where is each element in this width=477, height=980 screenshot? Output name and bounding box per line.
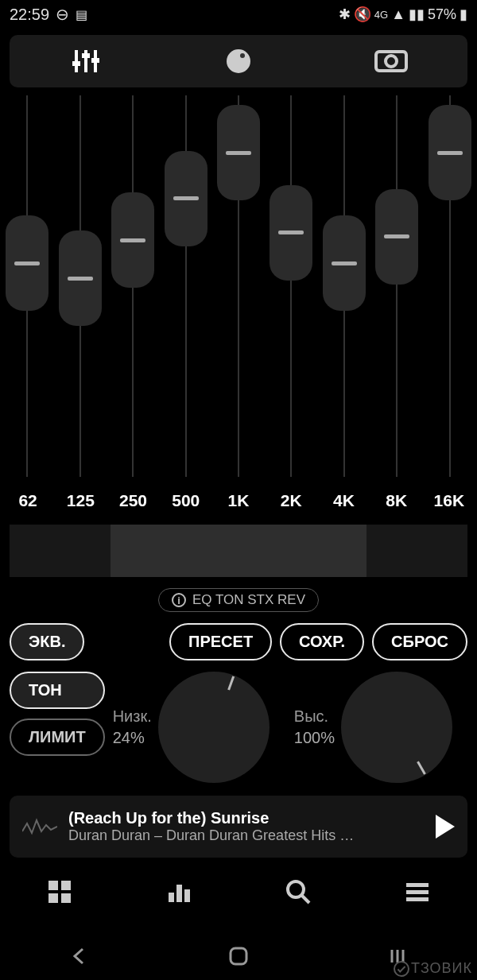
svg-rect-22 — [231, 948, 246, 964]
freq-label-500: 500 — [160, 491, 212, 510]
svg-rect-12 — [48, 893, 58, 903]
app-bottom-nav — [0, 864, 477, 920]
menu-nav[interactable] — [358, 864, 477, 920]
high-knob-value: 100% — [294, 729, 335, 747]
preamp-slider[interactable] — [10, 525, 467, 577]
grid-icon — [46, 878, 73, 905]
button-row-1: ЭКВ. ПРЕСЕТ СОХР. СБРОС — [0, 623, 477, 660]
signal-icon: ▮▮ — [409, 6, 425, 23]
speaker-icon — [373, 47, 409, 76]
bars-icon — [165, 878, 192, 905]
hamburger-icon — [404, 878, 431, 905]
eq-thumb-8K[interactable] — [375, 189, 418, 285]
freq-label-4K: 4K — [317, 491, 370, 510]
wifi-icon: ▲ — [391, 6, 405, 23]
low-knob-indicator — [227, 676, 235, 691]
now-playing-bar[interactable]: (Reach Up for the) Sunrise Duran Duran –… — [10, 796, 467, 858]
eq-sliders-area — [0, 95, 477, 477]
high-knob[interactable] — [341, 672, 452, 783]
home-icon — [228, 946, 249, 966]
tone-button[interactable]: ТОН — [10, 672, 105, 709]
reset-button[interactable]: СБРОС — [372, 623, 467, 660]
preamp-fill — [111, 525, 367, 577]
preset-button[interactable]: ПРЕСЕТ — [169, 623, 272, 660]
eq-track-line — [396, 95, 398, 477]
high-knob-group: Выс. 100% — [294, 672, 467, 783]
svg-rect-10 — [48, 881, 58, 890]
eq-band-1K[interactable] — [213, 95, 264, 477]
watermark: ТЗОВИК — [394, 960, 472, 977]
bluetooth-icon: ✱ — [339, 6, 351, 23]
tone-section: ТОН ЛИМИТ Низк. 24% Выс. 100% — [0, 672, 477, 783]
eq-band-125[interactable] — [54, 95, 105, 477]
library-nav[interactable] — [0, 864, 119, 920]
freq-label-1K: 1K — [212, 491, 265, 510]
home-button[interactable] — [227, 944, 250, 968]
svg-rect-19 — [406, 883, 429, 887]
back-button[interactable] — [68, 944, 91, 968]
eq-nav[interactable] — [119, 864, 238, 920]
tab-bar — [10, 35, 467, 87]
eq-thumb-250[interactable] — [111, 192, 154, 288]
freq-label-16K: 16K — [423, 491, 475, 510]
eq-thumb-1K[interactable] — [217, 105, 260, 200]
svg-rect-15 — [176, 885, 182, 902]
svg-rect-21 — [406, 897, 429, 901]
search-icon — [284, 877, 312, 906]
svg-point-6 — [227, 49, 250, 73]
info-chip-label: EQ TON STX REV — [192, 592, 305, 608]
tab-knob[interactable] — [162, 35, 315, 87]
low-knob-group: Низк. 24% — [113, 672, 286, 783]
tab-output[interactable] — [315, 35, 467, 87]
now-playing-text: (Reach Up for the) Sunrise Duran Duran –… — [68, 809, 425, 844]
eq-thumb-16K[interactable] — [429, 105, 471, 200]
eq-band-2K[interactable] — [266, 95, 316, 477]
low-knob[interactable] — [158, 672, 270, 783]
eq-band-8K[interactable] — [371, 95, 422, 477]
svg-rect-16 — [184, 889, 190, 902]
freq-label-62: 62 — [2, 491, 54, 510]
battery-icon: ▮ — [460, 6, 467, 23]
eq-band-16K[interactable] — [425, 95, 475, 477]
eq-thumb-2K[interactable] — [270, 185, 312, 281]
battery-percent: 57% — [428, 6, 456, 23]
status-bar: 22:59 ⊖ ▤ ✱ 🔇 4G ▲ ▮▮ 57% ▮ — [0, 0, 477, 29]
info-icon: i — [172, 593, 186, 607]
save-button[interactable]: СОХР. — [280, 623, 364, 660]
play-icon[interactable] — [436, 815, 455, 839]
freq-label-250: 250 — [107, 491, 159, 510]
eq-thumb-62[interactable] — [6, 215, 48, 311]
svg-rect-14 — [169, 893, 174, 902]
info-chip[interactable]: i EQ TON STX REV — [158, 588, 319, 612]
eq-band-62[interactable] — [2, 95, 52, 477]
svg-rect-1 — [72, 61, 80, 66]
limit-button[interactable]: ЛИМИТ — [10, 719, 105, 756]
freq-label-8K: 8K — [370, 491, 423, 510]
eq-thumb-125[interactable] — [59, 230, 102, 326]
freq-label-2K: 2K — [265, 491, 317, 510]
svg-rect-3 — [82, 53, 90, 58]
svg-point-7 — [240, 53, 245, 58]
svg-rect-5 — [91, 58, 99, 63]
ekv-button[interactable]: ЭКВ. — [10, 623, 84, 660]
waveform-icon — [22, 817, 57, 836]
network-4g-icon: 4G — [374, 9, 388, 21]
eq-band-250[interactable] — [107, 95, 158, 477]
mute-icon: 🔇 — [354, 6, 371, 23]
eq-band-500[interactable] — [160, 95, 211, 477]
eq-band-4K[interactable] — [319, 95, 370, 477]
eq-thumb-500[interactable] — [165, 151, 207, 246]
search-nav[interactable] — [238, 864, 358, 920]
sliders-icon — [70, 47, 102, 76]
tab-eq[interactable] — [10, 35, 162, 87]
freq-labels-row: 621252505001K2K4K8K16K — [0, 491, 477, 510]
dnd-icon: ⊖ — [56, 5, 69, 24]
eq-thumb-4K[interactable] — [323, 215, 366, 311]
watermark-logo-icon — [394, 961, 409, 977]
chevron-left-icon — [71, 947, 88, 965]
status-left: 22:59 ⊖ ▤ — [10, 5, 87, 24]
svg-rect-13 — [61, 893, 71, 903]
track-artist: Duran Duran – Duran Duran Greatest Hits … — [68, 827, 425, 844]
low-knob-label: Низк. — [113, 707, 152, 726]
track-title: (Reach Up for the) Sunrise — [68, 809, 425, 827]
